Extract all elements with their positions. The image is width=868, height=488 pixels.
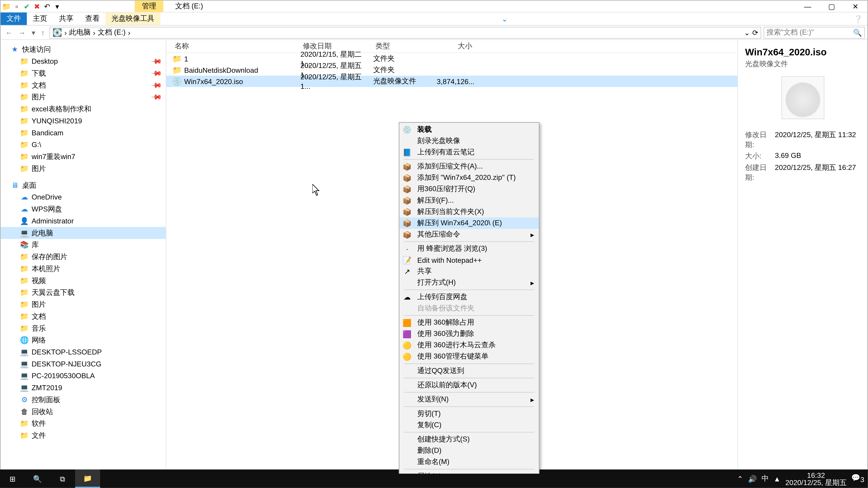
tree-item[interactable]: 📁本机照片: [1, 263, 166, 275]
minimize-button[interactable]: ―: [796, 0, 819, 12]
tree-item[interactable]: 📁excel表格制作求和: [1, 103, 166, 115]
menu-item[interactable]: 🟡使用 360进行木马云查杀: [399, 339, 539, 351]
menu-item[interactable]: 📦添加到压缩文件(A)...: [399, 161, 539, 172]
refresh-icon[interactable]: ⟳: [752, 28, 758, 37]
taskbar-clock[interactable]: 16:32 2020/12/25, 星期五: [785, 471, 846, 486]
tree-item[interactable]: ⚙控制面板: [1, 394, 166, 406]
qat-properties-icon[interactable]: ▫: [12, 2, 21, 10]
menu-item[interactable]: ↗共享: [399, 266, 539, 277]
taskbar-search-icon[interactable]: 🔍: [25, 469, 50, 488]
task-view-icon[interactable]: ⧉: [50, 469, 75, 488]
file-row[interactable]: 📁BaiduNetdiskDownload2020/12/25, 星期五 1..…: [166, 64, 737, 76]
menu-item[interactable]: 删除(D): [399, 445, 539, 456]
tray-up-icon[interactable]: ⌃: [737, 475, 743, 483]
ribbon-disc-tools[interactable]: 光盘映像工具: [105, 12, 160, 25]
crumb-location[interactable]: 文档 (E:): [98, 27, 125, 37]
tree-item[interactable]: 📁软件: [1, 418, 166, 430]
column-headers[interactable]: 名称 修改日期 类型 大小: [166, 40, 737, 53]
menu-item[interactable]: ☁上传到百度网盘: [399, 291, 539, 302]
file-list[interactable]: 名称 修改日期 类型 大小 📁12020/12/15, 星期二 1...文件夹📁…: [166, 40, 737, 474]
ime-indicator[interactable]: 中: [762, 474, 769, 484]
qat-save-icon[interactable]: ✔: [23, 2, 31, 10]
col-type[interactable]: 类型: [373, 41, 433, 51]
ribbon-context-tab[interactable]: 管理: [135, 1, 163, 12]
action-center-icon[interactable]: 💬3: [851, 474, 864, 484]
file-row[interactable]: 📁12020/12/15, 星期二 1...文件夹: [166, 53, 737, 64]
tree-item[interactable]: ☁WPS网盘: [1, 203, 166, 215]
menu-item[interactable]: 📦解压到 Win7x64_2020\ (E): [399, 218, 539, 229]
ribbon-share[interactable]: 共享: [53, 12, 79, 25]
menu-item[interactable]: 🟡使用 360管理右键菜单: [399, 351, 539, 362]
menu-item[interactable]: 📦其他压缩命令▸: [399, 229, 539, 240]
tree-item[interactable]: 🖥桌面: [1, 180, 166, 191]
tree-item[interactable]: 👤Administrator: [1, 215, 166, 227]
menu-item[interactable]: 🟧使用 360解除占用: [399, 317, 539, 328]
tree-item[interactable]: 📁Bandicam: [1, 127, 166, 139]
tree-item[interactable]: 📁win7重装win7: [1, 151, 166, 163]
help-icon[interactable]: ❔: [848, 12, 867, 25]
tree-item[interactable]: 🗑回收站: [1, 406, 166, 418]
tree-item[interactable]: 📚库: [1, 239, 166, 251]
nav-back-icon[interactable]: ←: [5, 28, 13, 37]
taskbar-explorer[interactable]: 📁: [75, 469, 100, 488]
tree-item[interactable]: 💻PC-20190530OBLA: [1, 370, 166, 382]
menu-item[interactable]: 刻录光盘映像: [399, 135, 539, 147]
tree-item[interactable]: 📁G:\: [1, 139, 166, 151]
tree-item[interactable]: 💻此电脑: [1, 227, 166, 239]
tree-item[interactable]: 📁Desktop📌: [1, 55, 166, 67]
ribbon-expand-icon[interactable]: ⌄: [496, 12, 513, 25]
tree-item[interactable]: 📁天翼云盘下载: [1, 287, 166, 298]
menu-item[interactable]: 剪切(T): [399, 408, 539, 419]
menu-item[interactable]: 📘上传到有道云笔记: [399, 147, 539, 158]
volume-icon[interactable]: 🔊: [748, 475, 757, 483]
col-size[interactable]: 大小: [433, 41, 474, 51]
tree-item[interactable]: 📁文档📌: [1, 79, 166, 91]
nav-up-icon[interactable]: ↑: [41, 28, 45, 37]
menu-item[interactable]: 属性(R): [399, 470, 539, 474]
tree-item[interactable]: ★快速访问: [1, 43, 166, 56]
menu-item[interactable]: 🟪使用 360强力删除: [399, 328, 539, 339]
close-button[interactable]: ✕: [843, 0, 867, 12]
system-tray[interactable]: ⌃ 🔊 中 ▲ 16:32 2020/12/25, 星期五 💬3: [737, 471, 868, 486]
qat-delete-icon[interactable]: ✖: [33, 2, 41, 10]
menu-item[interactable]: 复制(C): [399, 419, 539, 431]
tree-item[interactable]: 📁文档: [1, 311, 166, 322]
menu-item[interactable]: 📝Edit with Notepad++: [399, 254, 539, 266]
ribbon-view[interactable]: 查看: [79, 12, 105, 25]
tree-item[interactable]: 📁保存的图片: [1, 251, 166, 263]
menu-item[interactable]: 通过QQ发送到: [399, 365, 539, 377]
address-bar[interactable]: 💽 › 此电脑 › 文档 (E:) › ⌄ ⟳: [50, 26, 761, 38]
tree-item[interactable]: 💻DESKTOP-NJEU3CG: [1, 358, 166, 370]
search-box[interactable]: 搜索"文档 (E:)" 🔍: [764, 26, 865, 38]
menu-item[interactable]: 发送到(N)▸: [399, 394, 539, 405]
tree-item[interactable]: 📁图片: [1, 298, 166, 311]
nav-fwd-icon[interactable]: →: [19, 28, 26, 37]
tree-item[interactable]: 📁文件: [1, 429, 166, 442]
nav-tree[interactable]: ★快速访问📁Desktop📌📁下载📌📁文档📌📁图片📌📁excel表格制作求和📁Y…: [1, 40, 166, 474]
menu-item[interactable]: 📦添加到 "Win7x64_2020.zip" (T): [399, 172, 539, 184]
qat-dropdown-icon[interactable]: ▾: [53, 2, 61, 10]
menu-item[interactable]: 📦解压到当前文件夹(X): [399, 206, 539, 217]
menu-item[interactable]: 重命名(M): [399, 456, 539, 468]
tree-item[interactable]: 📁音乐: [1, 322, 166, 334]
tree-item[interactable]: 📁图片📌: [1, 91, 166, 103]
tree-item[interactable]: 📁下载📌: [1, 67, 166, 79]
menu-item[interactable]: 📦用360压缩打开(Q): [399, 184, 539, 195]
ribbon-file[interactable]: 文件: [1, 12, 27, 25]
tree-item[interactable]: 📁YUNQISHI2019: [1, 115, 166, 127]
menu-item[interactable]: 还原以前的版本(V): [399, 380, 539, 391]
menu-item[interactable]: 💿装载: [399, 124, 539, 135]
tree-item[interactable]: 💻ZMT2019: [1, 382, 166, 394]
crumb-root[interactable]: 此电脑: [69, 27, 91, 37]
menu-item[interactable]: 打开方式(H)▸: [399, 277, 539, 288]
file-row[interactable]: 💿Win7x64_2020.iso2020/12/25, 星期五 1...光盘映…: [166, 76, 737, 87]
nav-recent-icon[interactable]: ▾: [32, 28, 35, 37]
tree-item[interactable]: 🌐网络: [1, 334, 166, 346]
security-icon[interactable]: ▲: [774, 475, 780, 483]
tree-item[interactable]: ☁OneDrive: [1, 191, 166, 203]
start-button[interactable]: ⊞: [0, 469, 25, 488]
qat-undo-icon[interactable]: ↶: [43, 2, 51, 10]
menu-item[interactable]: 📦解压到(F)...: [399, 195, 539, 206]
menu-item[interactable]: 创建快捷方式(S): [399, 434, 539, 445]
tree-item[interactable]: 💻DESKTOP-LSSOEDP: [1, 346, 166, 358]
